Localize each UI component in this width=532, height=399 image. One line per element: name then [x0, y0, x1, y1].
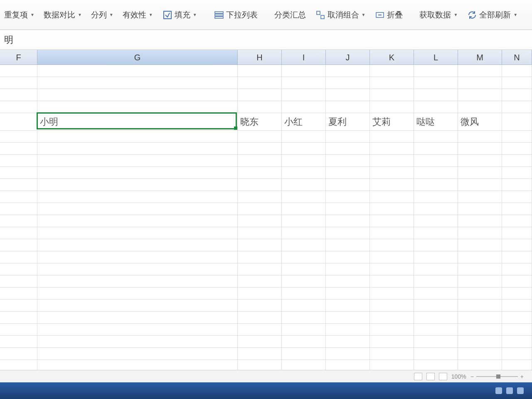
dropdown-list-button[interactable]: 下拉列表: [211, 8, 260, 22]
view-normal-button[interactable]: [414, 373, 422, 380]
button-label: 分列: [91, 10, 107, 20]
duplicates-button[interactable]: 重复项 ▼: [2, 8, 37, 22]
fill-button[interactable]: 填充 ▼: [160, 8, 200, 22]
cell-I5[interactable]: 小红: [282, 113, 326, 130]
subtotal-button[interactable]: 分类汇总: [272, 8, 308, 22]
refresh-icon: [467, 10, 478, 20]
view-pagebreak-button[interactable]: [439, 373, 447, 380]
col-header-K[interactable]: K: [370, 50, 414, 64]
dropdown-icon: ▼: [362, 12, 366, 17]
col-header-N[interactable]: N: [502, 50, 532, 64]
get-data-button[interactable]: 获取数据 ▼: [417, 8, 460, 22]
tray-icon[interactable]: [506, 387, 513, 394]
cell-G5[interactable]: 小明: [37, 113, 238, 130]
zoom-out-icon[interactable]: −: [470, 373, 474, 380]
col-header-J[interactable]: J: [326, 50, 370, 64]
col-header-F[interactable]: F: [0, 50, 37, 64]
spreadsheet-area: F G H I J K L M N 小明 晓东 小红 夏利 艾莉 哒哒 微风: [0, 50, 532, 382]
dropdown-icon: ▼: [30, 12, 34, 17]
zoom-label: 100%: [451, 373, 466, 380]
collapse-button[interactable]: 折叠: [372, 8, 405, 22]
status-bar: 100% − +: [0, 370, 532, 382]
data-compare-button[interactable]: 数据对比 ▼: [41, 8, 84, 22]
validation-button[interactable]: 有效性 ▼: [120, 8, 155, 22]
col-header-G[interactable]: G: [37, 50, 238, 64]
col-header-L[interactable]: L: [414, 50, 458, 64]
tray-icon[interactable]: [495, 387, 502, 394]
col-header-I[interactable]: I: [282, 50, 326, 64]
dropdown-icon: ▼: [78, 12, 82, 17]
svg-rect-4: [317, 11, 320, 15]
svg-rect-1: [215, 12, 223, 13]
dropdown-icon: ▼: [513, 12, 517, 17]
button-label: 分类汇总: [274, 10, 306, 20]
zoom-slider[interactable]: − +: [470, 373, 524, 380]
cell-J5[interactable]: 夏利: [326, 113, 370, 130]
col-header-M[interactable]: M: [458, 50, 502, 64]
tray-icon[interactable]: [517, 387, 524, 394]
fill-icon: [162, 10, 173, 20]
windows-taskbar[interactable]: [0, 382, 532, 399]
formula-bar: 明: [0, 30, 532, 50]
ungroup-icon: [315, 10, 326, 20]
col-header-H[interactable]: H: [238, 50, 282, 64]
ungroup-button[interactable]: 取消组合 ▼: [313, 8, 368, 22]
button-label: 全部刷新: [479, 10, 511, 20]
button-label: 数据对比: [44, 10, 75, 20]
view-layout-button[interactable]: [426, 373, 435, 380]
slider-thumb[interactable]: [496, 374, 500, 379]
svg-rect-5: [321, 15, 324, 19]
cell-H5[interactable]: 晓东: [238, 113, 282, 130]
cell-N5[interactable]: [502, 113, 532, 130]
cell-K5[interactable]: 艾莉: [370, 113, 414, 130]
cell-M5[interactable]: 微风: [458, 113, 502, 130]
button-label: 取消组合: [328, 10, 359, 20]
svg-rect-2: [215, 14, 223, 16]
button-label: 重复项: [4, 10, 28, 20]
data-row-5: 小明 晓东 小红 夏利 艾莉 哒哒 微风: [0, 113, 532, 131]
button-label: 填充: [175, 10, 190, 20]
cell-L5[interactable]: 哒哒: [414, 113, 458, 130]
button-label: 有效性: [123, 10, 146, 20]
button-label: 获取数据: [419, 10, 451, 20]
collapse-icon: [374, 10, 385, 20]
button-label: 折叠: [387, 10, 403, 20]
list-icon: [214, 10, 224, 20]
cell-F5[interactable]: [0, 113, 37, 130]
zoom-in-icon[interactable]: +: [520, 373, 524, 380]
button-label: 下拉列表: [226, 10, 258, 20]
text-to-columns-button[interactable]: 分列 ▼: [89, 8, 116, 22]
column-header-row: F G H I J K L M N: [0, 50, 532, 65]
dropdown-icon: ▼: [149, 12, 153, 17]
slider-track[interactable]: [476, 376, 518, 377]
ribbon-toolbar: 重复项 ▼ 数据对比 ▼ 分列 ▼ 有效性 ▼ 填充 ▼ 下拉列表 分类汇总 取…: [0, 0, 532, 30]
svg-rect-3: [215, 17, 223, 18]
refresh-all-button[interactable]: 全部刷新 ▼: [464, 8, 520, 22]
dropdown-icon: ▼: [453, 12, 458, 17]
dropdown-icon: ▼: [109, 12, 113, 17]
grid-region[interactable]: 小明 晓东 小红 夏利 艾莉 哒哒 微风: [0, 65, 532, 372]
name-box[interactable]: 明: [4, 34, 29, 46]
dropdown-icon: ▼: [193, 12, 197, 17]
